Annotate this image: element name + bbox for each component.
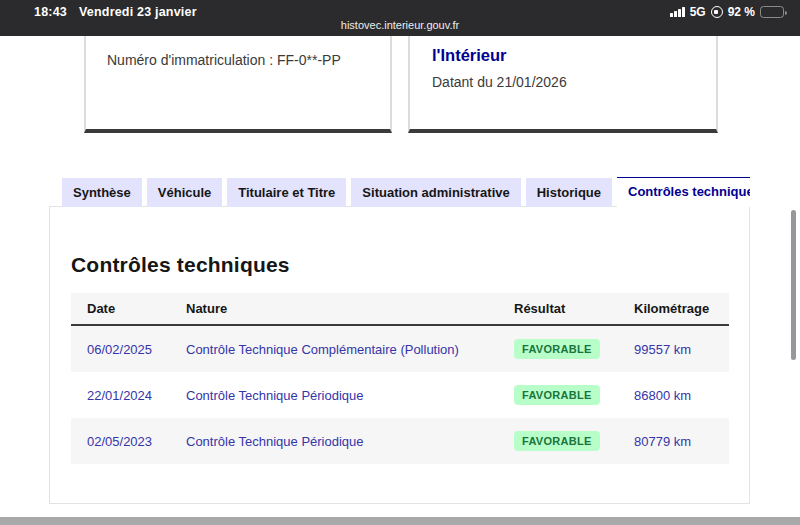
tab-historique[interactable]: Historique — [526, 178, 612, 207]
cell-kilometrage: 99557 km — [634, 342, 729, 357]
table-header: Date Nature Résultat Kilométrage — [71, 293, 729, 326]
col-nature: Nature — [186, 301, 514, 316]
battery-percent: 92 % — [728, 5, 755, 19]
status-bar: 18:43 Vendredi 23 janvier histovec.inter… — [0, 0, 800, 36]
cell-date: 22/01/2024 — [71, 388, 186, 403]
cell-kilometrage: 86800 km — [634, 388, 729, 403]
cell-resultat: FAVORABLE — [514, 339, 634, 359]
date-label: Vendredi 23 janvier — [79, 5, 197, 19]
controles-techniques-panel: Contrôles techniques Date Nature Résulta… — [49, 206, 750, 504]
cell-kilometrage: 80779 km — [634, 434, 729, 449]
table-row: 06/02/2025 Contrôle Technique Complément… — [71, 326, 729, 372]
certificate-card: l'Intérieur Datant du 21/01/2026 — [408, 36, 718, 133]
status-right: 5G 92 % — [670, 5, 784, 19]
table-body: 06/02/2025 Contrôle Technique Complément… — [71, 326, 729, 464]
status-badge: FAVORABLE — [514, 339, 600, 359]
rotation-lock-icon — [711, 6, 723, 18]
status-left: 18:43 Vendredi 23 janvier — [34, 5, 197, 19]
battery-icon — [760, 6, 784, 18]
cell-date: 02/05/2023 — [71, 434, 186, 449]
histovec-page: 18:43 Vendredi 23 janvier histovec.inter… — [0, 0, 800, 525]
inspections-table: Date Nature Résultat Kilométrage 06/02/2… — [71, 293, 729, 464]
cell-resultat: FAVORABLE — [514, 385, 634, 405]
table-row: 02/05/2023 Contrôle Technique Périodique… — [71, 418, 729, 464]
url-bar[interactable]: histovec.interieur.gouv.fr — [0, 19, 800, 31]
cell-nature: Contrôle Technique Périodique — [186, 388, 514, 403]
status-badge: FAVORABLE — [514, 431, 600, 451]
cell-date: 06/02/2025 — [71, 342, 186, 357]
table-row: 22/01/2024 Contrôle Technique Périodique… — [71, 372, 729, 418]
tab-synth-se[interactable]: Synthèse — [62, 178, 142, 207]
status-badge: FAVORABLE — [514, 385, 600, 405]
bottom-toolbar-edge — [0, 517, 800, 525]
col-date: Date — [71, 301, 186, 316]
cellular-signal-icon — [670, 7, 685, 17]
registration-card: Numéro d'immatriculation : FF-0**-PP — [84, 36, 392, 133]
scrollbar-thumb[interactable] — [791, 210, 796, 360]
tab-titulaire-et-titre[interactable]: Titulaire et Titre — [227, 178, 346, 207]
cell-nature: Contrôle Technique Complémentaire (Pollu… — [186, 342, 514, 357]
registration-number: Numéro d'immatriculation : FF-0**-PP — [107, 52, 390, 68]
certificate-title: l'Intérieur — [432, 46, 716, 65]
tab-situation-administrative[interactable]: Situation administrative — [351, 178, 520, 207]
tab-v-hicule[interactable]: Véhicule — [147, 178, 222, 207]
page-title: Contrôles techniques — [71, 253, 290, 277]
cell-resultat: FAVORABLE — [514, 431, 634, 451]
col-resultat: Résultat — [514, 301, 634, 316]
col-kilometrage: Kilométrage — [634, 301, 729, 316]
network-label: 5G — [690, 5, 706, 19]
tab-contr-les-techniques[interactable]: Contrôles techniques — [617, 177, 750, 207]
tab-bar: SynthèseVéhiculeTitulaire et TitreSituat… — [62, 177, 750, 207]
cell-nature: Contrôle Technique Périodique — [186, 434, 514, 449]
certificate-date: Datant du 21/01/2026 — [432, 74, 716, 90]
clock: 18:43 — [34, 5, 67, 19]
